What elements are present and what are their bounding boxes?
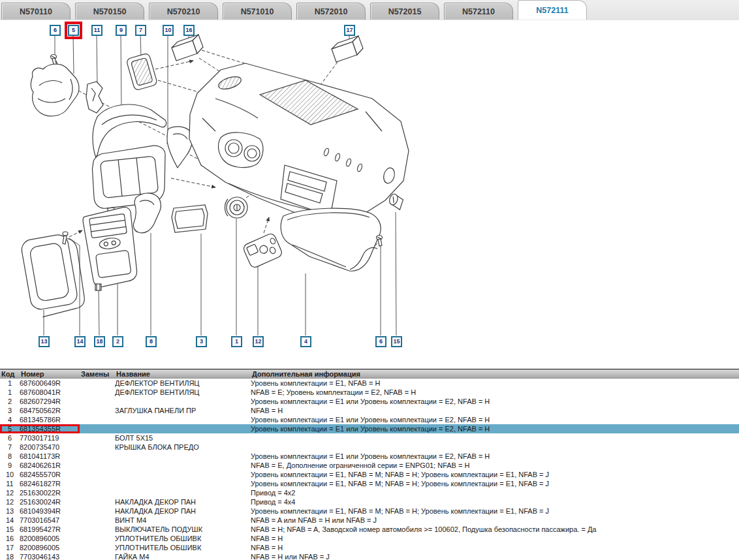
tab-label: N572110 xyxy=(462,7,495,16)
cell-code: 4 xyxy=(0,415,20,424)
callout-13[interactable]: 13 xyxy=(39,336,50,347)
cell-number: 681345786R xyxy=(20,415,80,424)
cell-name xyxy=(115,415,251,424)
callout-15[interactable]: 15 xyxy=(391,336,402,347)
cell-code: 10 xyxy=(0,470,20,479)
cell-number: 682406261R xyxy=(20,461,80,470)
catalog-tab[interactable]: N572015 xyxy=(370,3,439,20)
cell-replace xyxy=(80,433,115,443)
cell-number: 682461827R xyxy=(20,479,80,488)
cell-name: ДЕФЛЕКТОР ВЕНТИЛЯЦ xyxy=(115,388,251,397)
cell-replace xyxy=(80,488,115,497)
part-seal-block-right xyxy=(332,36,363,62)
callout-8[interactable]: 8 xyxy=(146,336,157,347)
cell-replace xyxy=(80,415,115,424)
table-row[interactable]: 5 681354355R Уровень комплектации = E1 и… xyxy=(0,424,739,433)
catalog-tab[interactable]: N570110 xyxy=(1,3,71,20)
callout-12[interactable]: 12 xyxy=(253,336,264,347)
callout-9[interactable]: 9 xyxy=(116,25,127,36)
col-header-replace: Замены xyxy=(80,369,115,379)
cell-code: 18 xyxy=(0,552,20,560)
callout-18[interactable]: 18 xyxy=(94,336,105,347)
table-row[interactable]: 4 681345786R Уровень комплектации = E1 и… xyxy=(0,415,739,424)
part-steering-column-cover xyxy=(31,64,80,116)
cell-number: 681995427R xyxy=(20,525,80,534)
cell-replace xyxy=(80,397,115,406)
tab-label: N572015 xyxy=(388,7,422,16)
cell-number: 681354355R xyxy=(20,424,80,433)
catalog-tab[interactable]: N570150 xyxy=(75,3,144,20)
cell-info: Привод = 4x2 xyxy=(251,488,739,497)
cell-info: Уровень комплектации = E1, NFAB = H xyxy=(251,379,739,388)
cell-info: NFAB = H xyxy=(251,406,739,415)
catalog-tab[interactable]: N572010 xyxy=(296,3,366,20)
dashboard-exploded-drawing xyxy=(0,20,739,364)
table-row[interactable]: 7 8200735470 КРЫШКА БЛОКА ПРЕДО xyxy=(0,443,739,452)
table-row[interactable]: 11 682461827R Уровень комплектации = E1,… xyxy=(0,479,739,488)
table-row[interactable]: 8 681041173R Уровень комплектации = E1 и… xyxy=(0,452,739,461)
part-dashboard-body xyxy=(189,63,409,224)
cell-name: ВИНТ М4 xyxy=(115,516,251,525)
table-row[interactable]: 16 8200896005 УПЛОТНИТЕЛЬ ОБШИВК NFAB = … xyxy=(0,534,739,543)
callout-4[interactable]: 4 xyxy=(300,336,311,347)
cell-name: ГАЙКА М4 xyxy=(115,552,251,560)
callout-5-highlighted[interactable]: 5 xyxy=(68,25,79,36)
cell-name: ЗАГЛУШКА ПАНЕЛИ ПР xyxy=(115,406,251,415)
catalog-tab[interactable]: N572110 xyxy=(444,3,513,20)
callout-3[interactable]: 3 xyxy=(196,336,207,347)
callout-10[interactable]: 10 xyxy=(163,25,174,36)
callout-14[interactable]: 14 xyxy=(74,336,86,347)
cell-number: 687600649R xyxy=(20,379,80,388)
cell-info xyxy=(251,443,739,452)
table-row[interactable]: 12 251630024R НАКЛАДКА ДЕКОР ПАН Привод … xyxy=(0,497,739,506)
table-row[interactable]: 14 7703016547 ВИНТ М4 NFAB = A или NFAB … xyxy=(0,516,739,525)
catalog-tab[interactable]: N571010 xyxy=(223,3,292,20)
cell-info: NFAB = H xyxy=(251,534,739,543)
cell-replace xyxy=(80,525,115,534)
cell-info: NFAB = A или NFAB = H или NFAB = J xyxy=(251,516,739,525)
cell-number: 251630022R xyxy=(20,488,80,497)
callout-17[interactable]: 17 xyxy=(344,25,355,36)
cell-info: NFAB = H или NFAB = J xyxy=(251,552,739,560)
part-round-vent xyxy=(225,197,248,218)
cell-name: НАКЛАДКА ДЕКОР ПАН xyxy=(115,497,251,506)
col-header-info: Дополнительная информация xyxy=(251,369,739,379)
table-row[interactable]: 17 8200896005 УПЛОТНИТЕЛЬ ОБШИВК NFAB = … xyxy=(0,543,739,552)
catalog-tab[interactable]: N570210 xyxy=(149,3,218,20)
cell-name xyxy=(115,452,251,461)
table-row[interactable]: 1 687600649R ДЕФЛЕКТОР ВЕНТИЛЯЦ Уровень … xyxy=(0,379,739,388)
tab-label: N572010 xyxy=(315,7,348,16)
table-row[interactable]: 13 681049394R НАКЛАДКА ДЕКОР ПАН Уровень… xyxy=(0,506,739,516)
table-row[interactable]: 12 251630022R Привод = 4x2 xyxy=(0,488,739,497)
table-row[interactable]: 6 7703017119 БОЛТ 5Х15 xyxy=(0,433,739,443)
cell-code: 13 xyxy=(0,506,20,516)
table-row[interactable]: 1 687608041R ДЕФЛЕКТОР ВЕНТИЛЯЦ NFAB = E… xyxy=(0,388,739,397)
cell-number: 687608041R xyxy=(20,388,80,397)
part-decor-bezel xyxy=(20,232,88,319)
part-seal-block-left xyxy=(172,35,203,61)
callout-2[interactable]: 2 xyxy=(112,336,123,347)
cell-replace xyxy=(80,388,115,397)
table-row[interactable]: 10 682455570R Уровень комплектации = E1,… xyxy=(0,470,739,479)
callout-6-bottom[interactable]: 6 xyxy=(375,336,386,347)
table-row[interactable]: 2 682607294R Уровень комплектации = E1 и… xyxy=(0,397,739,406)
catalog-tab[interactable]: N572111 xyxy=(518,0,587,20)
callout-6-top[interactable]: 6 xyxy=(50,25,61,36)
table-row[interactable]: 15 681995427R ВЫКЛЮЧАТЕЛЬ ПОДУШК NFAB = … xyxy=(0,525,739,534)
cell-number: 7703017119 xyxy=(20,433,80,443)
callout-16[interactable]: 16 xyxy=(183,25,195,36)
cell-info: Уровень комплектации = E1 или Уровень ко… xyxy=(251,415,739,424)
col-header-code: Код xyxy=(0,369,20,379)
cell-name xyxy=(115,461,251,470)
table-row[interactable]: 18 7703046143 ГАЙКА М4 NFAB = H или NFAB… xyxy=(0,552,739,560)
cell-name: КРЫШКА БЛОКА ПРЕДО xyxy=(115,443,251,452)
part-switch-panel xyxy=(242,232,283,269)
cell-replace xyxy=(80,479,115,488)
callout-7[interactable]: 7 xyxy=(135,25,146,36)
callout-11[interactable]: 11 xyxy=(91,25,102,36)
cell-number: 8200896005 xyxy=(20,543,80,552)
callout-1[interactable]: 1 xyxy=(231,336,242,347)
cell-info: Уровень комплектации = E1, NFAB = M; NFA… xyxy=(251,479,739,488)
table-row[interactable]: 9 682406261R NFAB = E, Дополнение ограни… xyxy=(0,461,739,470)
table-row[interactable]: 3 684750562R ЗАГЛУШКА ПАНЕЛИ ПР NFAB = H xyxy=(0,406,739,415)
